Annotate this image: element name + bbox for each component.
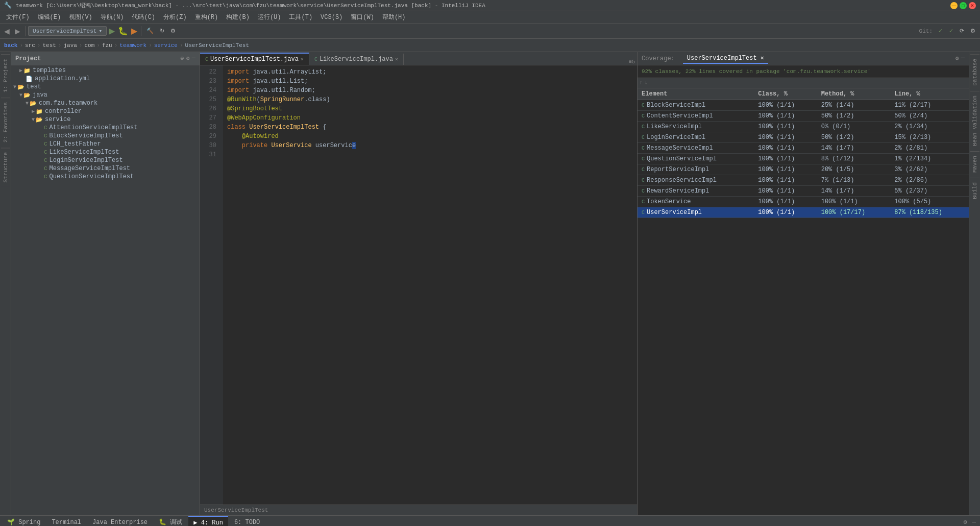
project-icon-settings[interactable]: ⚙ (186, 55, 190, 62)
coverage-settings[interactable]: ⚙ (955, 55, 959, 62)
tree-item-message[interactable]: C MessageServiceImplTest (11, 164, 200, 173)
coverage-row[interactable]: CUserServiceImpl100% (1/1)100% (17/17)87… (638, 207, 969, 218)
bc-test[interactable]: test (42, 42, 56, 49)
tree-item-test[interactable]: ▼ 📂 test (11, 83, 200, 91)
minimize-button[interactable]: — (950, 2, 958, 9)
coverage-row[interactable]: CRewardServiceImpl100% (1/1)14% (1/7)5% … (638, 186, 969, 197)
bottom-tab-run[interactable]: ▶ 4: Run (188, 516, 228, 526)
bc-back[interactable]: back (4, 42, 17, 49)
tab-likeserviceimpl[interactable]: C LikeServiceImpl.java ✕ (309, 54, 404, 65)
col-class[interactable]: Class, % (754, 88, 817, 100)
menu-build[interactable]: 构建(B) (222, 12, 254, 22)
bottom-panel: 🌱 Spring Terminal Java Enterprise 🐛 调试 ▶… (0, 515, 980, 526)
col-line[interactable]: Line, % (890, 88, 969, 100)
tree-item-application-yml[interactable]: 📄 application.yml (11, 75, 200, 83)
menu-view[interactable]: 视图(V) (65, 12, 96, 22)
coverage-row[interactable]: CTokenService100% (1/1)100% (1/1)100% (5… (638, 197, 969, 207)
bottom-minimize-icon[interactable]: — (970, 517, 978, 527)
bc-src[interactable]: src (25, 42, 35, 49)
tree-item-attention[interactable]: C AttentionServiceImplTest (11, 124, 200, 132)
tree-item-question[interactable]: C QuestionServiceImplTest (11, 173, 200, 181)
run-button[interactable]: ▶ (108, 25, 116, 37)
coverage-button[interactable]: ▶ (130, 25, 138, 37)
tab-favorites[interactable]: 2: Favorites (1, 98, 10, 147)
debug-button[interactable]: 🐛 (117, 25, 129, 37)
project-icon-sync[interactable]: ⊕ (180, 55, 184, 62)
tab-structure[interactable]: Structure (1, 148, 10, 186)
coverage-row[interactable]: CLikeServiceImpl100% (1/1)0% (0/1)2% (1/… (638, 122, 969, 132)
coverage-row[interactable]: CLoginServiceImpl100% (1/1)50% (1/2)15% … (638, 132, 969, 143)
bottom-tab-debug[interactable]: 🐛 调试 (154, 516, 187, 526)
coverage-row[interactable]: CResponseServiceImpl100% (1/1)7% (1/13)2… (638, 175, 969, 186)
nav-back-button[interactable]: ◀ (2, 26, 12, 36)
coverage-close[interactable]: — (961, 55, 965, 62)
menu-tools[interactable]: 工具(T) (285, 12, 316, 22)
coverage-tab-userservice[interactable]: UserServiceImplTest ✕ (683, 53, 768, 64)
tab-close-button[interactable]: ✕ (395, 56, 398, 62)
tree-item-controller[interactable]: ▶ 📁 controller (11, 107, 200, 115)
coverage-row[interactable]: CReportServiceImpl100% (1/1)20% (1/5)3% … (638, 164, 969, 175)
tab-userserviceimpltest[interactable]: C UserServiceImplTest.java ✕ (200, 53, 309, 65)
menu-navigate[interactable]: 导航(N) (96, 12, 128, 22)
menu-help[interactable]: 帮助(H) (378, 12, 410, 22)
tree-item-block[interactable]: C BlockServiceImplTest (11, 132, 200, 140)
settings-button[interactable]: ⚙ (168, 26, 178, 36)
tab-close-button[interactable]: ✕ (301, 56, 304, 62)
bc-service[interactable]: service (154, 42, 178, 49)
bottom-tab-terminal[interactable]: Terminal (46, 517, 86, 527)
tab-bean-validation[interactable]: Bean Validation (970, 91, 979, 150)
project-icon-close[interactable]: — (192, 55, 195, 62)
coverage-method-pct: 100% (1/1) (817, 197, 891, 207)
bottom-settings-icon[interactable]: ⚙ (962, 516, 969, 526)
sort-up-icon[interactable]: ↑ (640, 80, 643, 86)
bc-teamwork[interactable]: teamwork (119, 42, 146, 49)
git-check-1[interactable]: ✓ (936, 26, 945, 36)
run-config-selector[interactable]: UserServiceImplTest ▾ (28, 26, 107, 36)
tree-item-com-fzu-teamwork[interactable]: ▼ 📂 com.fzu.teamwork (11, 99, 200, 107)
git-check-2[interactable]: ✓ (946, 26, 956, 36)
bc-java[interactable]: java (63, 42, 77, 49)
coverage-class-pct: 100% (1/1) (754, 122, 817, 132)
bottom-tab-todo[interactable]: 6: TODO (229, 517, 265, 527)
coverage-row[interactable]: CContentServiceImpl100% (1/1)50% (1/2)50… (638, 111, 969, 122)
sort-down-icon[interactable]: ↓ (645, 80, 648, 86)
build-button[interactable]: 🔨 (144, 26, 156, 36)
coverage-row[interactable]: CQuestionServiceImpl100% (1/1)8% (1/12)1… (638, 154, 969, 164)
close-button[interactable]: ✕ (969, 2, 976, 9)
tab-project[interactable]: 1: Project (1, 54, 10, 97)
tree-item-like[interactable]: C LikeServiceImplTest (11, 148, 200, 156)
tab-database[interactable]: Database (970, 54, 979, 90)
tree-item-lch[interactable]: C LCH_testFather (11, 140, 200, 148)
coverage-row[interactable]: CBlockServiceImpl100% (1/1)25% (1/4)11% … (638, 100, 969, 111)
bottom-tab-spring[interactable]: 🌱 Spring (2, 516, 45, 526)
menu-run[interactable]: 运行(U) (254, 12, 285, 22)
menu-analyze[interactable]: 分析(Z) (159, 12, 191, 22)
coverage-method-pct: 7% (1/13) (817, 175, 891, 186)
maximize-button[interactable]: □ (960, 2, 967, 9)
menu-window[interactable]: 窗口(W) (347, 12, 378, 22)
tree-item-login[interactable]: C LoginServiceImplTest (11, 156, 200, 164)
menu-refactor[interactable]: 重构(R) (191, 12, 223, 22)
tree-item-service[interactable]: ▼ 📂 service (11, 115, 200, 124)
bc-fzu[interactable]: fzu (102, 42, 112, 49)
tree-item-templates[interactable]: ▶ 📁 templates (11, 66, 200, 75)
bottom-tab-java-enterprise[interactable]: Java Enterprise (87, 517, 153, 527)
git-settings[interactable]: ⚙ (968, 26, 978, 36)
col-method[interactable]: Method, % (817, 88, 891, 100)
coverage-row[interactable]: CMessageServiceImpl100% (1/1)14% (1/7)2%… (638, 143, 969, 154)
bc-file[interactable]: UserServiceImplTest (185, 42, 249, 49)
bc-com[interactable]: com (84, 42, 94, 49)
menu-vcs[interactable]: VCS(S) (316, 13, 347, 22)
recent-files-button[interactable]: ≡5 (629, 59, 635, 65)
code-editor-content[interactable]: import java.util.ArrayList; import java.… (223, 65, 637, 505)
nav-forward-button[interactable]: ▶ (13, 26, 22, 36)
git-history[interactable]: ⟳ (957, 26, 967, 36)
tab-build[interactable]: Build (970, 178, 979, 203)
menu-edit[interactable]: 编辑(E) (34, 12, 65, 22)
tab-maven[interactable]: Maven (970, 151, 979, 177)
menu-code[interactable]: 代码(C) (128, 12, 159, 22)
col-element[interactable]: Element (638, 88, 754, 100)
sync-button[interactable]: ↻ (157, 26, 167, 36)
menu-file[interactable]: 文件(F) (2, 12, 34, 22)
tree-item-java[interactable]: ▼ 📂 java (11, 91, 200, 99)
